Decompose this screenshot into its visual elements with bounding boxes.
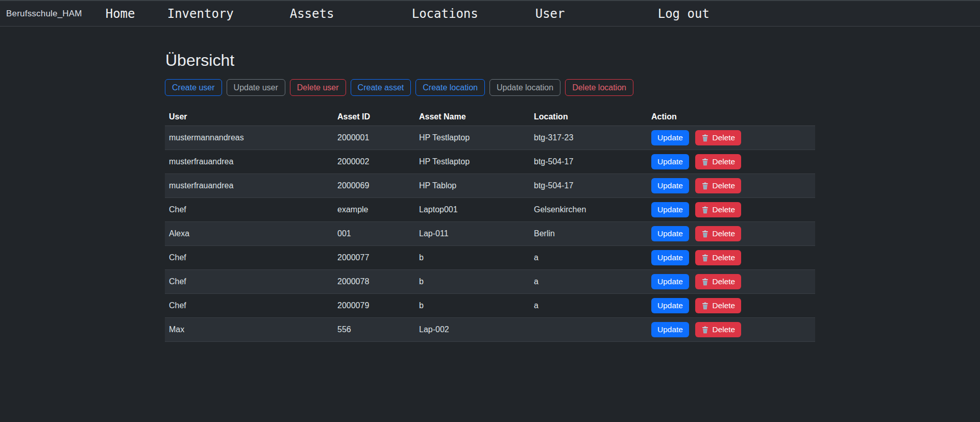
navbar-menu: Home Inventory Assets Locations User Log…: [106, 7, 709, 21]
nav-item-assets[interactable]: Assets: [290, 7, 412, 21]
delete-button-label: Delete: [712, 157, 735, 167]
update-button[interactable]: Update: [651, 226, 689, 241]
cell-asset-id: 556: [333, 318, 415, 342]
cell-location: Berlin: [530, 222, 647, 246]
table-row: musterfrauandrea 2000069 HP Tablop btg-5…: [165, 174, 815, 198]
delete-button[interactable]: Delete: [695, 322, 741, 337]
cell-user: Chef: [165, 246, 333, 270]
update-button[interactable]: Update: [651, 202, 689, 217]
update-button[interactable]: Update: [651, 178, 689, 193]
create-asset-button[interactable]: Create asset: [351, 79, 411, 96]
cell-asset-id: 001: [333, 222, 415, 246]
column-header-asset-id: Asset ID: [333, 108, 415, 126]
wastebasket-icon: [701, 206, 709, 214]
cell-user: musterfrauandrea: [165, 174, 333, 198]
delete-button[interactable]: Delete: [695, 202, 741, 217]
delete-button-label: Delete: [712, 301, 735, 311]
wastebasket-icon: [701, 302, 709, 310]
column-header-user: User: [165, 108, 333, 126]
cell-asset-name: HP Testlaptop: [415, 150, 530, 174]
delete-button[interactable]: Delete: [695, 226, 741, 241]
wastebasket-icon: [701, 230, 709, 238]
main-content: Übersicht Create user Update user Delete…: [165, 27, 815, 342]
delete-button[interactable]: Delete: [695, 274, 741, 289]
delete-button[interactable]: Delete: [695, 298, 741, 313]
delete-user-button[interactable]: Delete user: [290, 79, 346, 96]
table-row: Max 556 Lap-002 Update Delete: [165, 318, 815, 342]
cell-asset-name: Lap-011: [415, 222, 530, 246]
table-row: Chef 2000079 b a Update Delete: [165, 294, 815, 318]
cell-asset-id: 2000077: [333, 246, 415, 270]
update-user-button[interactable]: Update user: [227, 79, 285, 96]
wastebasket-icon: [701, 182, 709, 190]
cell-user: Alexa: [165, 222, 333, 246]
column-header-asset-name: Asset Name: [415, 108, 530, 126]
update-button[interactable]: Update: [651, 322, 689, 337]
table-row: musterfrauandrea 2000002 HP Testlaptop b…: [165, 150, 815, 174]
nav-item-home-label[interactable]: Home: [106, 7, 135, 21]
delete-button-label: Delete: [712, 181, 735, 191]
update-button[interactable]: Update: [651, 154, 689, 169]
delete-button[interactable]: Delete: [695, 250, 741, 265]
nav-item-user-label[interactable]: User: [535, 7, 565, 21]
cell-user: Chef: [165, 270, 333, 294]
cell-action: Update Delete: [647, 126, 815, 150]
page-title: Übersicht: [165, 51, 815, 70]
table-row: Chef 2000078 b a Update Delete: [165, 270, 815, 294]
update-button[interactable]: Update: [651, 250, 689, 265]
cell-user: mustermannandreas: [165, 126, 333, 150]
cell-asset-name: Lap-002: [415, 318, 530, 342]
update-location-button[interactable]: Update location: [489, 79, 560, 96]
nav-item-logout[interactable]: Log out: [658, 7, 709, 21]
update-button[interactable]: Update: [651, 274, 689, 289]
cell-asset-name: Laptop001: [415, 198, 530, 222]
cell-action: Update Delete: [647, 294, 815, 318]
nav-item-locations[interactable]: Locations: [412, 7, 535, 21]
wastebasket-icon: [701, 158, 709, 166]
cell-asset-name: b: [415, 246, 530, 270]
update-button[interactable]: Update: [651, 298, 689, 313]
cell-location: btg-504-17: [530, 174, 647, 198]
cell-action: Update Delete: [647, 270, 815, 294]
nav-item-locations-label[interactable]: Locations: [412, 7, 478, 21]
delete-button[interactable]: Delete: [695, 130, 741, 145]
wastebasket-icon: [701, 254, 709, 262]
cell-asset-id: example: [333, 198, 415, 222]
cell-asset-id: 2000079: [333, 294, 415, 318]
wastebasket-icon: [701, 134, 709, 142]
delete-button[interactable]: Delete: [695, 154, 741, 169]
assets-table: User Asset ID Asset Name Location Action…: [165, 108, 815, 342]
table-row: Chef example Laptop001 Gelsenkirchen Upd…: [165, 198, 815, 222]
wastebasket-icon: [701, 326, 709, 334]
update-button[interactable]: Update: [651, 130, 689, 145]
delete-location-button[interactable]: Delete location: [565, 79, 633, 96]
cell-location: btg-504-17: [530, 150, 647, 174]
wastebasket-icon: [701, 278, 709, 286]
nav-item-assets-label[interactable]: Assets: [290, 7, 334, 21]
delete-button-label: Delete: [712, 205, 735, 215]
cell-asset-id: 2000001: [333, 126, 415, 150]
cell-action: Update Delete: [647, 222, 815, 246]
cell-location: btg-317-23: [530, 126, 647, 150]
nav-item-inventory[interactable]: Inventory: [167, 7, 290, 21]
cell-asset-name: HP Tablop: [415, 174, 530, 198]
cell-location: a: [530, 294, 647, 318]
navbar-brand[interactable]: Berufsschule_HAM: [6, 9, 82, 19]
create-location-button[interactable]: Create location: [415, 79, 485, 96]
cell-action: Update Delete: [647, 246, 815, 270]
nav-item-user[interactable]: User: [535, 7, 658, 21]
table-row: Alexa 001 Lap-011 Berlin Update Delete: [165, 222, 815, 246]
column-header-action: Action: [647, 108, 815, 126]
delete-button[interactable]: Delete: [695, 178, 741, 193]
cell-action: Update Delete: [647, 174, 815, 198]
delete-button-label: Delete: [712, 325, 735, 335]
cell-action: Update Delete: [647, 318, 815, 342]
nav-item-inventory-label[interactable]: Inventory: [167, 7, 234, 21]
table-row: Chef 2000077 b a Update Delete: [165, 246, 815, 270]
cell-user: Chef: [165, 198, 333, 222]
nav-item-logout-label[interactable]: Log out: [658, 7, 709, 21]
nav-item-home[interactable]: Home: [106, 7, 167, 21]
crud-toolbar: Create user Update user Delete user Crea…: [165, 79, 815, 96]
create-user-button[interactable]: Create user: [165, 79, 222, 96]
cell-asset-name: HP Testlaptop: [415, 126, 530, 150]
